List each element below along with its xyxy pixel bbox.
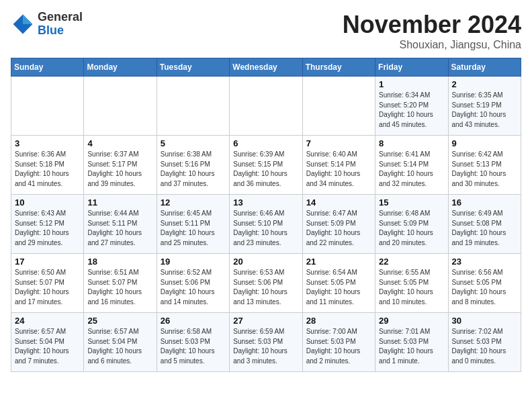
calendar-cell: 7Sunrise: 6:40 AM Sunset: 5:14 PM Daylig… (302, 136, 375, 195)
day-info: Sunrise: 6:54 AM Sunset: 5:05 PM Dayligh… (306, 268, 371, 307)
header: General Blue November 2024 Shouxian, Jia… (11, 11, 521, 51)
calendar-week-row: 10Sunrise: 6:43 AM Sunset: 5:12 PM Dayli… (11, 195, 521, 254)
day-info: Sunrise: 6:39 AM Sunset: 5:15 PM Dayligh… (233, 150, 298, 189)
calendar-cell: 20Sunrise: 6:53 AM Sunset: 5:06 PM Dayli… (230, 254, 302, 313)
day-info: Sunrise: 6:48 AM Sunset: 5:09 PM Dayligh… (379, 209, 444, 248)
day-number: 12 (161, 197, 226, 208)
calendar-cell: 28Sunrise: 7:00 AM Sunset: 5:03 PM Dayli… (302, 313, 375, 372)
calendar-cell: 13Sunrise: 6:46 AM Sunset: 5:10 PM Dayli… (230, 195, 302, 254)
logo: General Blue (11, 11, 83, 38)
calendar-header-monday: Monday (84, 58, 157, 77)
calendar-header-thursday: Thursday (302, 58, 375, 77)
calendar-cell: 18Sunrise: 6:51 AM Sunset: 5:07 PM Dayli… (84, 254, 157, 313)
calendar-cell: 1Sunrise: 6:34 AM Sunset: 5:20 PM Daylig… (375, 77, 448, 136)
day-number: 9 (452, 138, 517, 148)
day-number: 7 (306, 138, 371, 148)
calendar-cell: 3Sunrise: 6:36 AM Sunset: 5:18 PM Daylig… (11, 136, 84, 195)
day-number: 5 (161, 138, 226, 148)
calendar-cell: 29Sunrise: 7:01 AM Sunset: 5:03 PM Dayli… (375, 313, 448, 372)
day-number: 17 (15, 257, 80, 267)
calendar-cell: 8Sunrise: 6:41 AM Sunset: 5:14 PM Daylig… (375, 136, 448, 195)
day-info: Sunrise: 6:36 AM Sunset: 5:18 PM Dayligh… (15, 150, 80, 189)
day-number: 15 (379, 197, 444, 208)
day-info: Sunrise: 6:38 AM Sunset: 5:16 PM Dayligh… (161, 150, 226, 189)
calendar-cell: 15Sunrise: 6:48 AM Sunset: 5:09 PM Dayli… (375, 195, 448, 254)
day-info: Sunrise: 6:50 AM Sunset: 5:07 PM Dayligh… (15, 268, 80, 307)
day-number: 22 (379, 257, 444, 267)
calendar-cell (84, 77, 157, 136)
calendar-cell: 12Sunrise: 6:45 AM Sunset: 5:11 PM Dayli… (157, 195, 229, 254)
calendar-header-friday: Friday (375, 58, 448, 77)
day-info: Sunrise: 6:47 AM Sunset: 5:09 PM Dayligh… (306, 209, 371, 248)
day-info: Sunrise: 6:37 AM Sunset: 5:17 PM Dayligh… (87, 150, 152, 189)
day-number: 14 (306, 197, 371, 208)
day-info: Sunrise: 6:44 AM Sunset: 5:11 PM Dayligh… (87, 209, 152, 248)
calendar-week-row: 17Sunrise: 6:50 AM Sunset: 5:07 PM Dayli… (11, 254, 521, 313)
calendar-cell (230, 77, 302, 136)
calendar-cell: 6Sunrise: 6:39 AM Sunset: 5:15 PM Daylig… (230, 136, 302, 195)
logo-blue-text: Blue (38, 24, 64, 37)
day-info: Sunrise: 6:35 AM Sunset: 5:19 PM Dayligh… (452, 91, 517, 130)
logo-icon (11, 12, 35, 36)
calendar-cell: 27Sunrise: 6:59 AM Sunset: 5:03 PM Dayli… (230, 313, 302, 372)
day-info: Sunrise: 7:00 AM Sunset: 5:03 PM Dayligh… (306, 327, 371, 366)
day-number: 18 (87, 257, 152, 267)
calendar-cell: 9Sunrise: 6:42 AM Sunset: 5:13 PM Daylig… (448, 136, 521, 195)
day-info: Sunrise: 6:45 AM Sunset: 5:11 PM Dayligh… (161, 209, 226, 248)
calendar-week-row: 24Sunrise: 6:57 AM Sunset: 5:04 PM Dayli… (11, 313, 521, 372)
calendar-cell (157, 77, 229, 136)
day-info: Sunrise: 6:51 AM Sunset: 5:07 PM Dayligh… (87, 268, 152, 307)
day-number: 10 (15, 197, 80, 208)
day-info: Sunrise: 7:01 AM Sunset: 5:03 PM Dayligh… (379, 327, 444, 366)
day-number: 3 (15, 138, 80, 148)
day-number: 26 (161, 316, 226, 326)
day-info: Sunrise: 6:43 AM Sunset: 5:12 PM Dayligh… (15, 209, 80, 248)
day-number: 11 (87, 197, 152, 208)
day-info: Sunrise: 6:40 AM Sunset: 5:14 PM Dayligh… (306, 150, 371, 189)
calendar-body: 1Sunrise: 6:34 AM Sunset: 5:20 PM Daylig… (11, 77, 521, 372)
calendar-cell (11, 77, 84, 136)
month-title: November 2024 (343, 11, 521, 39)
day-number: 1 (379, 79, 444, 89)
calendar-cell: 22Sunrise: 6:55 AM Sunset: 5:05 PM Dayli… (375, 254, 448, 313)
calendar-header-tuesday: Tuesday (157, 58, 229, 77)
calendar-cell: 19Sunrise: 6:52 AM Sunset: 5:06 PM Dayli… (157, 254, 229, 313)
day-number: 28 (306, 316, 371, 326)
calendar-week-row: 3Sunrise: 6:36 AM Sunset: 5:18 PM Daylig… (11, 136, 521, 195)
day-number: 16 (452, 197, 517, 208)
day-info: Sunrise: 6:59 AM Sunset: 5:03 PM Dayligh… (233, 327, 298, 366)
calendar-cell (302, 77, 375, 136)
day-info: Sunrise: 6:57 AM Sunset: 5:04 PM Dayligh… (87, 327, 152, 366)
calendar-cell: 30Sunrise: 7:02 AM Sunset: 5:03 PM Dayli… (448, 313, 521, 372)
calendar-cell: 24Sunrise: 6:57 AM Sunset: 5:04 PM Dayli… (11, 313, 84, 372)
day-number: 20 (233, 257, 298, 267)
day-info: Sunrise: 6:53 AM Sunset: 5:06 PM Dayligh… (233, 268, 298, 307)
day-info: Sunrise: 6:42 AM Sunset: 5:13 PM Dayligh… (452, 150, 517, 189)
calendar-header-wednesday: Wednesday (230, 58, 302, 77)
calendar-header-saturday: Saturday (448, 58, 521, 77)
calendar-cell: 10Sunrise: 6:43 AM Sunset: 5:12 PM Dayli… (11, 195, 84, 254)
day-info: Sunrise: 6:49 AM Sunset: 5:08 PM Dayligh… (452, 209, 517, 248)
calendar-header-row: SundayMondayTuesdayWednesdayThursdayFrid… (11, 58, 521, 77)
calendar-cell: 16Sunrise: 6:49 AM Sunset: 5:08 PM Dayli… (448, 195, 521, 254)
calendar-cell: 25Sunrise: 6:57 AM Sunset: 5:04 PM Dayli… (84, 313, 157, 372)
location: Shouxian, Jiangsu, China (343, 39, 521, 51)
day-number: 27 (233, 316, 298, 326)
day-info: Sunrise: 7:02 AM Sunset: 5:03 PM Dayligh… (452, 327, 517, 366)
day-number: 25 (87, 316, 152, 326)
day-number: 23 (452, 257, 517, 267)
day-number: 2 (452, 79, 517, 89)
calendar-header-sunday: Sunday (11, 58, 84, 77)
calendar-cell: 14Sunrise: 6:47 AM Sunset: 5:09 PM Dayli… (302, 195, 375, 254)
calendar-cell: 17Sunrise: 6:50 AM Sunset: 5:07 PM Dayli… (11, 254, 84, 313)
day-info: Sunrise: 6:58 AM Sunset: 5:03 PM Dayligh… (161, 327, 226, 366)
day-info: Sunrise: 6:56 AM Sunset: 5:05 PM Dayligh… (452, 268, 517, 307)
day-number: 29 (379, 316, 444, 326)
calendar-cell: 26Sunrise: 6:58 AM Sunset: 5:03 PM Dayli… (157, 313, 229, 372)
day-info: Sunrise: 6:34 AM Sunset: 5:20 PM Dayligh… (379, 91, 444, 130)
day-info: Sunrise: 6:41 AM Sunset: 5:14 PM Dayligh… (379, 150, 444, 189)
calendar-cell: 21Sunrise: 6:54 AM Sunset: 5:05 PM Dayli… (302, 254, 375, 313)
svg-marker-1 (23, 14, 32, 24)
day-number: 30 (452, 316, 517, 326)
calendar-cell: 11Sunrise: 6:44 AM Sunset: 5:11 PM Dayli… (84, 195, 157, 254)
